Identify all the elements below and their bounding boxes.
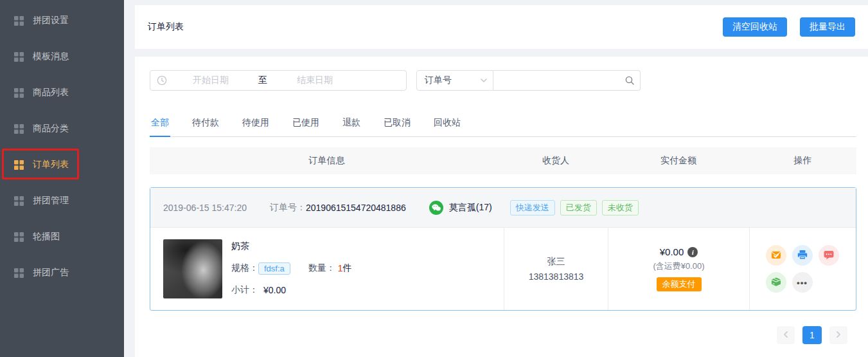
product-name: 奶茶 (231, 241, 352, 252)
search-icon[interactable] (624, 75, 635, 86)
subtotal-value: ¥0.00 (263, 285, 286, 295)
search-input[interactable] (499, 71, 624, 89)
tab-label: 已取消 (384, 117, 411, 127)
status-tag-express: 快递发送 (510, 200, 555, 215)
package-icon (770, 276, 782, 289)
sidebar-item-template-message[interactable]: 模板消息 (0, 46, 124, 67)
page-number-1[interactable]: 1 (802, 326, 822, 344)
delivery-button[interactable] (766, 272, 786, 293)
order-card: 2019-06-15 15:47:20 订单号： 201906151547204… (150, 187, 856, 311)
tab-used[interactable]: 已使用 (291, 117, 321, 136)
product-spec-row: 规格： fdsf:a 数量： 1 件 (231, 262, 352, 275)
wechat-icon (429, 201, 443, 215)
date-range-picker[interactable]: 开始日期 至 结束日期 (150, 70, 407, 91)
next-page-button[interactable] (829, 326, 847, 344)
sidebar-item-label: 轮播图 (33, 231, 60, 243)
tab-pending-use[interactable]: 待使用 (241, 117, 270, 136)
grid-icon (14, 124, 24, 134)
grid-icon (14, 88, 24, 98)
sidebar-item-group-manage[interactable]: 拼团管理 (0, 190, 124, 211)
col-header-actions: 操作 (749, 155, 856, 167)
tab-label: 全部 (151, 117, 169, 127)
message-button[interactable] (819, 245, 839, 266)
amount-value: ¥0.00 (660, 246, 684, 257)
tab-recycle-bin[interactable]: 回收站 (432, 117, 462, 136)
date-range-separator: 至 (258, 75, 267, 86)
amount-cell: ¥0.00 i (含运费¥0.00) 余额支付 (608, 228, 749, 310)
header-buttons: 清空回收站 批量导出 (723, 17, 855, 37)
pay-method-tag: 余额支付 (657, 277, 702, 291)
sidebar: 拼团设置 模板消息 商品列表 商品分类 订单列表 拼团管理 轮播图 拼团广告 (0, 0, 124, 357)
grid-icon (14, 52, 24, 62)
actions-grid: ••• (766, 245, 839, 293)
order-status-tags: 快递发送 已发货 未收货 (510, 200, 639, 215)
batch-export-button[interactable]: 批量导出 (800, 17, 855, 37)
tab-refund[interactable]: 退款 (341, 117, 362, 136)
sidebar-item-group-ad[interactable]: 拼团广告 (0, 262, 124, 283)
clear-recycle-button[interactable]: 清空回收站 (723, 17, 787, 37)
chevron-down-icon (480, 77, 488, 84)
spec-label: 规格： (231, 262, 258, 274)
grid-icon (14, 16, 24, 26)
status-tag-shipped: 已发货 (560, 200, 597, 215)
sidebar-item-label: 订单列表 (33, 159, 69, 170)
qty-unit: 件 (343, 262, 352, 274)
qty-label: 数量： (308, 262, 335, 274)
actions-cell: ••• (749, 228, 855, 310)
sidebar-item-label: 商品列表 (33, 87, 69, 98)
sidebar-item-carousel[interactable]: 轮播图 (0, 226, 124, 247)
sidebar-item-order-list[interactable]: 订单列表 (0, 154, 124, 175)
tab-pending-payment[interactable]: 待付款 (191, 117, 220, 136)
info-icon[interactable]: i (687, 247, 698, 257)
search-type-selected: 订单号 (425, 75, 452, 86)
message-icon (823, 249, 835, 262)
sidebar-item-label: 拼团设置 (33, 15, 69, 26)
amount-row: ¥0.00 i (660, 246, 698, 257)
receiver-phone: 13813813813 (529, 269, 584, 284)
order-list-page: 拼团设置 模板消息 商品列表 商品分类 订单列表 拼团管理 轮播图 拼团广告 订… (0, 0, 868, 357)
sidebar-item-product-category[interactable]: 商品分类 (0, 118, 124, 139)
product-subtotal-row: 小计： ¥0.00 (231, 284, 352, 296)
verify-order-button[interactable] (766, 245, 786, 266)
chevron-left-icon (782, 331, 790, 340)
clock-icon (157, 75, 167, 86)
sidebar-item-label: 拼团广告 (33, 267, 69, 279)
search-box (493, 70, 641, 91)
tab-label: 待付款 (192, 117, 219, 127)
tab-label: 待使用 (242, 117, 269, 127)
order-no: 20190615154720481886 (306, 203, 406, 213)
product-image (163, 239, 222, 298)
product-info: 奶茶 规格： fdsf:a 数量： 1 件 小计： ¥0.00 (231, 239, 352, 298)
subtotal-label: 小计： (231, 284, 258, 296)
status-tag-not-received: 未收货 (602, 200, 639, 215)
tab-cancelled[interactable]: 已取消 (382, 117, 412, 136)
tab-all[interactable]: 全部 (150, 117, 170, 136)
more-actions-button[interactable]: ••• (792, 272, 813, 293)
table-header: 订单信息 收货人 实付金额 操作 (150, 147, 856, 174)
print-button[interactable] (792, 245, 813, 266)
order-search-group: 订单号 (416, 70, 641, 91)
receiver-cell: 张三 13813813813 (504, 228, 608, 310)
grid-icon (14, 160, 24, 170)
receiver-name: 张三 (547, 253, 565, 269)
product-cell: 奶茶 规格： fdsf:a 数量： 1 件 小计： ¥0.00 (150, 228, 504, 310)
order-no-label: 订单号： (270, 202, 306, 214)
filter-row: 开始日期 至 结束日期 订单号 (150, 70, 856, 91)
order-card-body: 奶茶 规格： fdsf:a 数量： 1 件 小计： ¥0.00 (150, 228, 856, 310)
grid-icon (14, 268, 24, 278)
sidebar-item-label: 商品分类 (33, 123, 69, 134)
col-header-order-info: 订单信息 (150, 155, 504, 167)
prev-page-button[interactable] (777, 326, 795, 344)
qty-value: 1 (338, 263, 343, 273)
search-type-select[interactable]: 订单号 (416, 70, 493, 91)
grid-icon (14, 232, 24, 242)
col-header-receiver: 收货人 (504, 155, 608, 167)
buyer-nickname: 莫言孤(17) (449, 202, 492, 214)
sidebar-item-label: 模板消息 (33, 51, 69, 62)
freight-note: (含运费¥0.00) (653, 261, 704, 272)
printer-icon (797, 249, 808, 262)
sidebar-item-product-list[interactable]: 商品列表 (0, 82, 124, 103)
status-tabs: 全部 待付款 待使用 已使用 退款 已取消 回收站 (150, 110, 856, 137)
sidebar-item-group-settings[interactable]: 拼团设置 (0, 10, 124, 31)
page-header: 订单列表 清空回收站 批量导出 (135, 5, 868, 49)
